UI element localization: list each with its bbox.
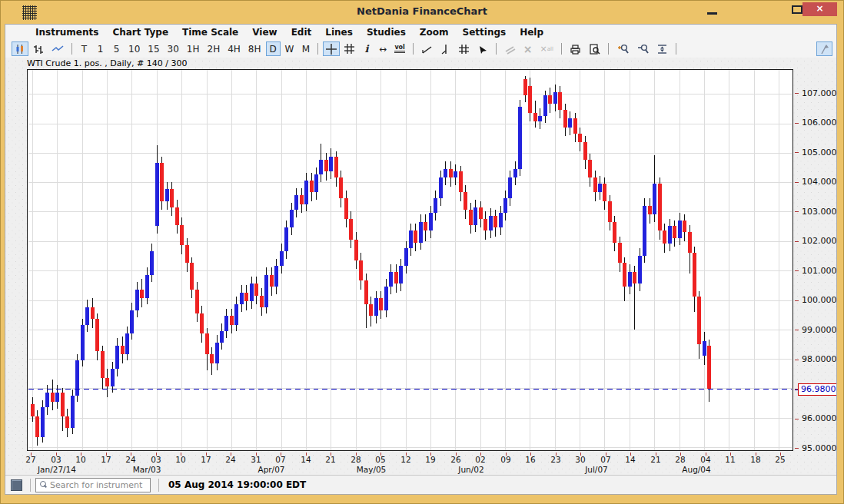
- delete-all-button[interactable]: ×all: [537, 41, 557, 56]
- status-square-icon[interactable]: [11, 479, 22, 491]
- timescale-1[interactable]: 1: [93, 41, 108, 56]
- y-axis-tick: [795, 330, 799, 330]
- y-axis-label: 103.0000: [802, 207, 836, 217]
- last-price-marker: 96.9800: [798, 383, 836, 396]
- candle-body: [190, 263, 194, 290]
- parallel-lines-button[interactable]: [501, 41, 519, 56]
- x-axis-month-label: Mar/03: [118, 465, 175, 474]
- candle-body: [439, 177, 443, 198]
- menu-item-edit[interactable]: Edit: [284, 27, 319, 38]
- menu-item-zoom[interactable]: Zoom: [413, 27, 456, 38]
- grid-button[interactable]: [341, 41, 357, 56]
- close-button[interactable]: ×: [802, 2, 837, 16]
- x-axis-week-label: 17: [97, 455, 115, 464]
- candle-body: [683, 220, 686, 232]
- candle-body: [334, 157, 338, 177]
- ohlc-bar-chart-button[interactable]: [30, 41, 47, 56]
- zoom-in-button[interactable]: [613, 41, 632, 56]
- candle-body: [568, 118, 572, 128]
- candlestick-chart-button[interactable]: [12, 41, 28, 56]
- price-chart-canvas[interactable]: [27, 69, 793, 451]
- timescale-4H[interactable]: 4H: [224, 41, 244, 56]
- candle-body: [618, 243, 622, 264]
- candle-body: [638, 256, 642, 284]
- candle-body: [578, 134, 582, 143]
- toolbar-separator: [676, 43, 676, 55]
- candle-body: [65, 416, 69, 428]
- candle-body: [175, 207, 179, 225]
- candle-body: [454, 171, 457, 177]
- delete-line-button[interactable]: ×: [520, 41, 536, 56]
- candle-body: [140, 290, 144, 299]
- minimize-button[interactable]: [762, 2, 783, 18]
- print-preview-button[interactable]: [586, 41, 603, 56]
- print-button[interactable]: [567, 41, 584, 56]
- timescale-M[interactable]: M: [298, 41, 313, 56]
- crosshair-button[interactable]: [323, 41, 340, 56]
- menu-item-studies[interactable]: Studies: [360, 27, 413, 38]
- candle-body: [613, 222, 616, 243]
- volume-button[interactable]: vol: [391, 41, 407, 56]
- candle-body: [688, 232, 692, 253]
- price-axis[interactable]: 95.000096.000097.000098.000099.0000100.0…: [795, 69, 836, 453]
- x-axis-week-label: 09: [497, 455, 515, 464]
- chart-area: WTI Crude 1. pos. , Daily, # 140 / 300 9…: [5, 58, 836, 475]
- candle-body: [121, 346, 125, 355]
- candle-body: [479, 207, 483, 219]
- line-chart-icon: [52, 44, 64, 55]
- arrow-pointer-button[interactable]: [474, 41, 491, 56]
- timescale-1H[interactable]: 1H: [184, 41, 203, 56]
- timescale-30[interactable]: 30: [164, 41, 182, 56]
- instrument-search-box: [35, 478, 151, 492]
- x-axis-week-label: 07: [596, 455, 615, 464]
- maximize-button[interactable]: [792, 5, 802, 14]
- status-separator: [158, 479, 159, 492]
- arrow-pointer-icon: [477, 44, 488, 55]
- parallel-channel-button[interactable]: [455, 41, 473, 56]
- print-icon: [570, 44, 581, 55]
- horizontal-expand-button[interactable]: ↔: [375, 41, 390, 56]
- y-axis-tick: [795, 419, 799, 419]
- info-button[interactable]: i: [359, 41, 374, 56]
- candle-body: [489, 216, 493, 230]
- candle-body: [633, 272, 636, 284]
- line-chart-button[interactable]: [48, 41, 67, 56]
- trend-line-button[interactable]: [418, 41, 436, 56]
- vertical-line-tool-button[interactable]: [437, 41, 454, 56]
- timescale-10[interactable]: 10: [125, 41, 143, 56]
- menu-item-view[interactable]: View: [245, 27, 284, 38]
- search-input[interactable]: [50, 480, 161, 490]
- timescale-W[interactable]: W: [282, 41, 297, 56]
- y-axis-label: 95.0000: [802, 443, 836, 453]
- timescale-5[interactable]: 5: [109, 41, 124, 56]
- zoom-out-button[interactable]: [633, 41, 652, 56]
- candle-body: [389, 272, 393, 287]
- candle-body: [563, 110, 567, 128]
- timescale-8H[interactable]: 8H: [245, 41, 264, 56]
- menu-item-time-scale[interactable]: Time Scale: [175, 27, 245, 38]
- candle-body: [85, 307, 89, 325]
- menu-item-instruments[interactable]: Instruments: [28, 27, 105, 38]
- menu-item-settings[interactable]: Settings: [456, 27, 513, 38]
- candle-body: [603, 184, 606, 201]
- candle-body: [663, 230, 666, 244]
- candle-body: [354, 240, 358, 260]
- candle-body: [384, 287, 388, 310]
- menu-item-chart-type[interactable]: Chart Type: [105, 27, 175, 38]
- timescale-15[interactable]: 15: [145, 41, 162, 56]
- timescale-T[interactable]: T: [77, 41, 91, 56]
- fit-vertical-button[interactable]: [653, 41, 671, 56]
- menu-item-lines[interactable]: Lines: [318, 27, 360, 38]
- title-bar[interactable]: NetDania FinanceChart ×: [1, 1, 843, 24]
- timescale-2H[interactable]: 2H: [204, 41, 224, 56]
- timescale-D[interactable]: D: [266, 41, 281, 56]
- time-axis[interactable]: 2703101724031017243107142128051219260209…: [27, 453, 793, 475]
- x-axis-week-label: 21: [321, 455, 340, 464]
- menu-item-help[interactable]: Help: [513, 27, 550, 38]
- candle-body: [608, 201, 612, 222]
- x-axis-week-label: 27: [22, 455, 40, 464]
- candle-body: [707, 346, 711, 389]
- candle-body: [653, 184, 656, 214]
- pin-button[interactable]: [816, 41, 832, 56]
- x-axis-week-label: 23: [547, 455, 565, 464]
